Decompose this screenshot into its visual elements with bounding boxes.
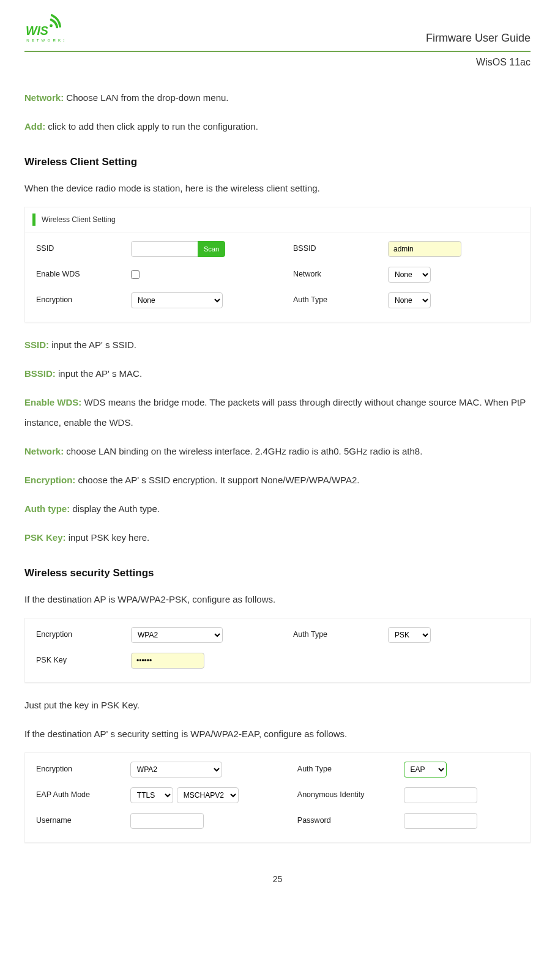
def-wds: Enable WDS: WDS means the bridge mode. T… <box>24 392 531 432</box>
page-header: WIS N E T W O R K S Firmware User Guide <box>24 12 531 52</box>
eap-enc-select[interactable]: WPA2 <box>130 762 222 778</box>
def-pskkey: PSK Key: input PSK key here. <box>24 527 531 548</box>
term-add: Add: <box>24 121 45 132</box>
term-ssid: SSID: <box>24 340 49 350</box>
eap-mode-select-2[interactable]: MSCHAPV2 <box>177 787 239 803</box>
network-label: Network <box>293 269 382 280</box>
eap-auth-select[interactable]: EAP <box>404 762 447 778</box>
svg-text:N E T W O R K S: N E T W O R K S <box>26 38 64 42</box>
term-enc: Encryption: <box>24 475 75 485</box>
panel-header: Wireless Client Setting <box>25 207 530 232</box>
psk-auth-label: Auth Type <box>293 629 382 640</box>
authtype-select[interactable]: None <box>388 292 431 308</box>
ssid-input[interactable] <box>131 241 198 257</box>
def-ssid: SSID: input the AP' s SSID. <box>24 335 531 355</box>
def-psk-text: input PSK key here. <box>66 532 150 543</box>
section-wireless-client-desc: When the device radio mode is station, h… <box>24 178 531 198</box>
wis-networks-logo: WIS N E T W O R K S <box>24 12 64 46</box>
bssid-input[interactable] <box>388 241 461 257</box>
psk-key-label: PSK Key <box>36 655 125 666</box>
header-title: Firmware User Guide <box>426 31 531 46</box>
term-net: Network: <box>24 446 64 456</box>
term-wds: Enable WDS: <box>24 397 81 407</box>
section-wireless-security-desc2: If the destination AP' s security settin… <box>24 724 531 744</box>
eap-auth-label: Auth Type <box>297 764 398 775</box>
encryption-select[interactable]: None <box>131 292 223 308</box>
wds-label: Enable WDS <box>36 269 125 280</box>
def-net-text: choose LAN binding on the wireless inter… <box>64 446 422 456</box>
svg-text:WIS: WIS <box>26 24 48 37</box>
encryption-label: Encryption <box>36 295 125 306</box>
section-wireless-security-desc1: If the destination AP is WPA/WPA2-PSK, c… <box>24 589 531 609</box>
wds-checkbox[interactable] <box>131 270 140 279</box>
term-psk: PSK Key: <box>24 532 66 543</box>
anon-label: Anonymous Identity <box>297 790 398 801</box>
username-input[interactable] <box>130 813 204 829</box>
panel-title: Wireless Client Setting <box>42 215 116 225</box>
intro-add: Add: click to add then click apply to ru… <box>24 116 531 136</box>
header-subtitle: WisOS 11ac <box>24 56 531 69</box>
def-network: Network: choose LAN binding on the wirel… <box>24 441 531 461</box>
eap-mode-select-1[interactable]: TTLS <box>130 787 173 803</box>
def-bssid: BSSID: input the AP' s MAC. <box>24 363 531 384</box>
intro-network-text: Choose LAN from the drop-down menu. <box>64 92 228 103</box>
authtype-label: Auth Type <box>293 295 382 306</box>
term-auth: Auth type: <box>24 503 70 514</box>
psk-panel: Encryption WPA2 Auth Type PSK PSK Key <box>24 618 531 683</box>
anon-input[interactable] <box>404 787 477 803</box>
page-number: 25 <box>24 874 531 886</box>
def-ssid-text: input the AP' s SSID. <box>49 340 136 350</box>
wireless-client-panel: Wireless Client Setting SSID Scan BSSID … <box>24 207 531 322</box>
psk-enc-label: Encryption <box>36 629 125 640</box>
psk-key-input[interactable] <box>131 653 204 669</box>
section-wireless-client-title: Wireless Client Setting <box>24 155 531 169</box>
eap-enc-label: Encryption <box>36 764 124 775</box>
intro-add-text: click to add then click apply to run the… <box>45 121 258 132</box>
psk-note: Just put the key in PSK Key. <box>24 695 531 715</box>
eap-mode-label: EAP Auth Mode <box>36 790 124 801</box>
intro-network: Network: Choose LAN from the drop-down m… <box>24 87 531 108</box>
psk-auth-select[interactable]: PSK <box>388 627 431 643</box>
username-label: Username <box>36 815 124 826</box>
def-encryption: Encryption: choose the AP' s SSID encryp… <box>24 470 531 490</box>
eap-panel: Encryption WPA2 Auth Type EAP EAP Auth M… <box>24 752 531 843</box>
svg-point-0 <box>50 24 53 28</box>
password-label: Password <box>297 815 398 826</box>
bssid-label: BSSID <box>293 243 382 254</box>
def-enc-text: choose the AP' s SSID encryption. It sup… <box>75 475 359 485</box>
term-network: Network: <box>24 92 64 103</box>
ssid-label: SSID <box>36 243 125 254</box>
section-wireless-security-title: Wireless security Settings <box>24 566 531 581</box>
scan-button[interactable]: Scan <box>198 241 225 257</box>
password-input[interactable] <box>404 813 477 829</box>
def-bssid-text: input the AP' s MAC. <box>56 368 142 379</box>
def-authtype: Auth type: display the Auth type. <box>24 499 531 519</box>
def-wds-text: WDS means the bridge mode. The packets w… <box>24 397 526 428</box>
term-bssid: BSSID: <box>24 368 56 379</box>
def-auth-text: display the Auth type. <box>70 503 160 514</box>
psk-enc-select[interactable]: WPA2 <box>131 627 223 643</box>
network-select[interactable]: None <box>388 267 431 283</box>
panel-accent-bar <box>32 213 35 226</box>
